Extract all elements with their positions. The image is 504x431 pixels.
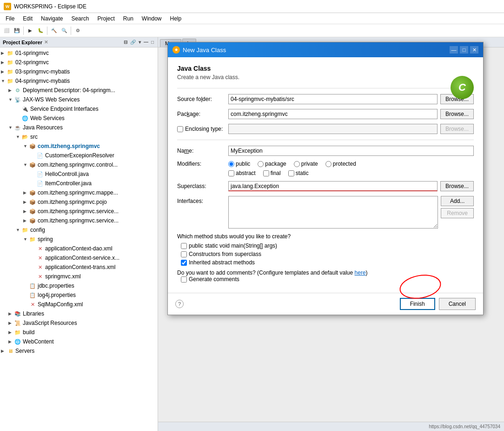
tree-item-appctx-trans[interactable]: ▶ ✕ applicationContext-trans.xml <box>0 263 158 272</box>
toolbar-perspective[interactable]: ⚙ <box>73 26 82 35</box>
dialog-close-btn[interactable]: ✕ <box>470 46 478 54</box>
arrow-javaresources[interactable]: ▼ <box>8 125 14 130</box>
maximize-icon[interactable]: □ <box>150 39 155 45</box>
tree-item-servers[interactable]: ▶ 🖥 Servers <box>0 346 158 356</box>
arrow-mappe[interactable]: ▶ <box>23 190 29 195</box>
tree-item-com-springmvc[interactable]: ▼ 📦 com.itzheng.springmvc <box>0 141 158 151</box>
arrow-service[interactable]: ▶ <box>23 209 29 214</box>
menu-file[interactable]: File <box>2 14 18 23</box>
radio-package[interactable]: package <box>258 161 286 167</box>
arrow-deployment[interactable]: ▶ <box>8 88 14 93</box>
generate-comments-check[interactable] <box>181 276 187 283</box>
tree-item-sei[interactable]: ▶ 🔌 Service Endpoint Interfaces <box>0 104 158 114</box>
tree-item-jsresources[interactable]: ▶ 📜 JavaScript Resources <box>0 318 158 328</box>
arrow-jsresources[interactable]: ▶ <box>8 321 14 325</box>
tree-item-com-control[interactable]: ▼ 📦 com.itzheng.springmvc.control... <box>0 160 158 169</box>
arrow-jaxws[interactable]: ▼ <box>8 97 14 102</box>
toolbar-save[interactable]: 💾 <box>12 26 21 35</box>
arrow-service2[interactable]: ▶ <box>23 218 29 223</box>
toolbar-run[interactable]: ▶ <box>26 26 35 35</box>
collapse-all-icon[interactable]: ⊟ <box>123 39 128 45</box>
tree-item-log4j[interactable]: ▶ 📋 log4j.properties <box>0 290 158 300</box>
tree-item-spring[interactable]: ▼ 📁 spring <box>0 235 158 244</box>
dialog-minimize-btn[interactable]: — <box>450 46 458 54</box>
tree-item-03springmvc[interactable]: ▶ 📁 03-springmvc-mybatis <box>0 67 158 76</box>
checkbox-static[interactable]: static <box>288 170 309 176</box>
tree-item-com-pojo[interactable]: ▶ 📦 com.itzheng.springmvc.pojo <box>0 197 158 207</box>
menu-navigate[interactable]: Navigate <box>37 14 66 23</box>
tree-item-com-mappe[interactable]: ▶ 📦 com.itzheng.springmvc.mappe... <box>0 188 158 197</box>
source-folder-input[interactable] <box>228 94 438 104</box>
arrow-build[interactable]: ▶ <box>8 330 14 335</box>
tree-item-javaresources[interactable]: ▼ ☕ Java Resources <box>0 123 158 132</box>
arrow-webcontent[interactable]: ▶ <box>8 339 14 344</box>
tree-item-hellocontroll[interactable]: ▶ 📄 HelloControll.java <box>0 169 158 179</box>
toolbar-debug[interactable]: 🐛 <box>36 26 45 35</box>
arrow-control[interactable]: ▼ <box>23 162 29 167</box>
arrow-pojo[interactable]: ▶ <box>23 200 29 204</box>
tree-item-webservices[interactable]: ▶ 🌐 Web Services <box>0 114 158 123</box>
tree-item-deployment[interactable]: ▶ ⚙ Deployment Descriptor: 04-springm... <box>0 86 158 95</box>
toolbar-search[interactable]: 🔍 <box>60 26 69 35</box>
radio-private[interactable]: private <box>294 161 318 167</box>
dialog-maximize-btn[interactable]: □ <box>460 46 468 54</box>
minimize-icon[interactable]: — <box>143 39 149 45</box>
menu-run[interactable]: Run <box>119 14 137 23</box>
tree-item-build[interactable]: ▶ 📁 build <box>0 328 158 337</box>
tree-item-springmvc-xml[interactable]: ▶ ✕ springmvc.xml <box>0 272 158 281</box>
tree-item-jdbc[interactable]: ▶ 📋 jdbc.properties <box>0 281 158 290</box>
tree-item-01springmvc[interactable]: ▶ 📁 01-springmvc <box>0 48 158 58</box>
menu-help[interactable]: Help <box>166 14 186 23</box>
arrow-libraries[interactable]: ▶ <box>8 311 14 316</box>
menu-project[interactable]: Project <box>93 14 118 23</box>
tree-item-sqlmapconfig[interactable]: ▶ ✕ SqlMapConfig.xml <box>0 300 158 309</box>
tree-item-libraries[interactable]: ▶ 📚 Libraries <box>0 309 158 318</box>
arrow-spring[interactable]: ▼ <box>23 237 29 242</box>
tree-item-config[interactable]: ▼ 📁 config <box>0 225 158 235</box>
enclosing-type-input[interactable] <box>228 124 438 134</box>
view-menu-icon[interactable]: ▾ <box>138 39 142 45</box>
tree-item-jaxws[interactable]: ▼ 📡 JAX-WS Web Services <box>0 95 158 104</box>
tree-item-com-service[interactable]: ▶ 📦 com.itzheng.springmvc.service... <box>0 207 158 216</box>
radio-protected[interactable]: protected <box>325 161 356 167</box>
package-input[interactable] <box>228 109 438 119</box>
help-icon[interactable]: ? <box>175 300 184 308</box>
package-browse-btn[interactable]: Browse... <box>440 109 474 119</box>
tree-item-itemcontroller[interactable]: ▶ 📄 ItemController.java <box>0 179 158 188</box>
check-main[interactable] <box>181 243 187 249</box>
name-input[interactable] <box>228 146 474 156</box>
arrow-03[interactable]: ▶ <box>1 69 7 74</box>
tree-item-customerexception[interactable]: ▶ 📄 CustomerExcepionResolver <box>0 151 158 160</box>
tree-item-webcontent[interactable]: ▶ 🌐 WebContent <box>0 337 158 346</box>
check-inherited[interactable] <box>181 260 187 266</box>
enclosing-type-checkbox[interactable] <box>177 126 183 132</box>
cancel-button[interactable]: Cancel <box>439 298 476 310</box>
arrow-config[interactable]: ▼ <box>16 228 21 232</box>
interfaces-box[interactable] <box>228 196 438 229</box>
arrow-01[interactable]: ▶ <box>1 51 7 55</box>
superclass-input[interactable] <box>228 181 438 191</box>
tree-item-appctx-dao[interactable]: ▶ ✕ applicationContext-dao.xml <box>0 244 158 253</box>
checkbox-final[interactable]: final <box>263 170 281 176</box>
finish-button[interactable]: Finish <box>400 298 435 310</box>
tree-item-02springmvc[interactable]: ▶ 📁 02-springmvc <box>0 58 158 67</box>
arrow-servers[interactable]: ▶ <box>1 349 7 353</box>
arrow-src[interactable]: ▼ <box>16 135 21 139</box>
tree-item-04springmvc[interactable]: ▼ 📁 04-springmvc-mybatis <box>0 76 158 86</box>
check-constructors[interactable] <box>181 251 187 257</box>
tree-item-appctx-service[interactable]: ▶ ✕ applicationContext-service.x... <box>0 253 158 263</box>
tree-item-src[interactable]: ▼ 📂 src <box>0 132 158 141</box>
toolbar-new[interactable]: ⬜ <box>2 26 11 35</box>
checkbox-abstract[interactable]: abstract <box>228 170 256 176</box>
add-interface-btn[interactable]: Add... <box>441 196 474 206</box>
link-with-editor-icon[interactable]: 🔗 <box>129 39 137 45</box>
menu-window[interactable]: Window <box>138 14 166 23</box>
arrow-com[interactable]: ▼ <box>23 144 29 148</box>
arrow-04[interactable]: ▼ <box>1 79 7 83</box>
arrow-02[interactable]: ▶ <box>1 60 7 65</box>
superclass-browse-btn[interactable]: Browse... <box>440 181 474 191</box>
menu-edit[interactable]: Edit <box>19 14 36 23</box>
tree-item-com-service2[interactable]: ▶ 📦 com.itzheng.springmvc.service... <box>0 216 158 225</box>
toolbar-build[interactable]: 🔨 <box>49 26 59 35</box>
radio-public[interactable]: public <box>228 161 250 167</box>
